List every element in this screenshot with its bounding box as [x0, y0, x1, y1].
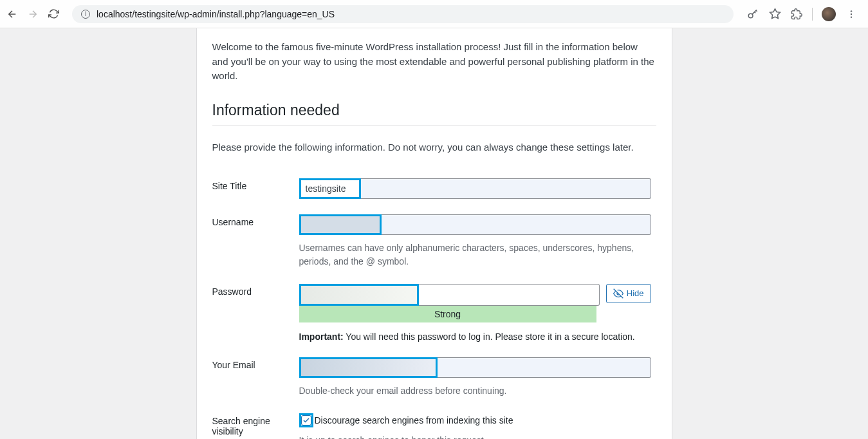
eye-slash-icon [613, 288, 623, 299]
section-heading: Information needed [212, 102, 656, 126]
profile-avatar[interactable] [822, 7, 836, 21]
extensions-icon[interactable] [790, 8, 803, 21]
site-title-input[interactable]: testingsite [299, 178, 651, 199]
username-input[interactable] [299, 214, 651, 235]
welcome-text: Welcome to the famous five-minute WordPr… [212, 40, 656, 84]
password-label: Password [212, 276, 299, 350]
install-form: Site Title testingsite Username Username… [212, 171, 656, 440]
svg-marker-1 [770, 9, 780, 19]
install-card: Welcome to the famous five-minute WordPr… [196, 28, 672, 439]
svg-point-3 [851, 13, 852, 14]
email-input[interactable] [299, 357, 651, 378]
section-subnote: Please provide the following information… [212, 142, 656, 153]
site-info-icon[interactable]: i [81, 10, 90, 19]
divider [812, 8, 813, 21]
browser-right-actions [746, 7, 858, 21]
svg-point-0 [748, 14, 753, 18]
svg-point-2 [851, 10, 852, 12]
sev-checkbox[interactable] [301, 415, 311, 425]
password-strength-meter: Strong [299, 306, 596, 322]
menu-icon[interactable] [845, 8, 858, 21]
sev-label: Search engine visibility [212, 406, 299, 440]
password-input[interactable] [299, 284, 600, 306]
password-important-note: Important: You will need this password t… [299, 332, 656, 342]
address-bar[interactable]: i localhost/testingsite/wp-admin/install… [72, 5, 734, 23]
username-hint: Usernames can have only alphanumeric cha… [299, 241, 651, 268]
email-label: Your Email [212, 350, 299, 406]
url-text: localhost/testingsite/wp-admin/install.p… [97, 9, 335, 19]
sev-note: It is up to search engines to honor this… [299, 435, 656, 440]
forward-button[interactable] [27, 8, 39, 20]
back-button[interactable] [6, 8, 18, 20]
browser-toolbar: i localhost/testingsite/wp-admin/install… [0, 0, 868, 28]
hide-password-button[interactable]: Hide [606, 284, 651, 303]
site-title-value: testingsite [299, 178, 361, 199]
sev-checkbox-label[interactable]: Discourage search engines from indexing … [315, 413, 513, 425]
email-hint: Double-check your email address before c… [299, 384, 651, 398]
site-title-label: Site Title [212, 171, 299, 207]
reload-button[interactable] [48, 8, 59, 20]
svg-point-4 [851, 16, 852, 17]
sev-checkbox-highlight [299, 413, 313, 427]
page-background: Welcome to the famous five-minute WordPr… [0, 28, 868, 439]
check-icon [302, 416, 310, 424]
password-key-icon[interactable] [746, 8, 759, 21]
bookmark-star-icon[interactable] [768, 8, 781, 21]
username-label: Username [212, 207, 299, 276]
